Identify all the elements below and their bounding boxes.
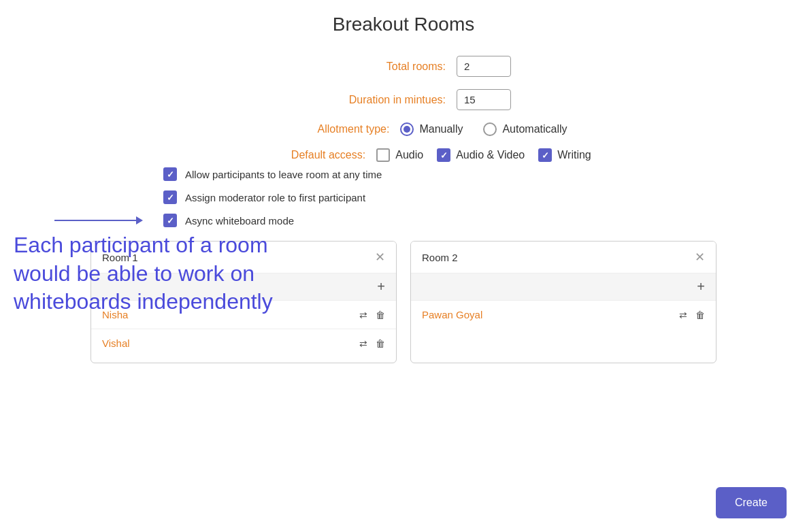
radio-automatically-circle bbox=[483, 122, 497, 136]
option-moderator-checkbox[interactable] bbox=[163, 190, 177, 204]
option-moderator-label: Assign moderator role to first participa… bbox=[185, 192, 365, 203]
options-section: Allow participants to leave room at any … bbox=[163, 167, 807, 227]
participant-vishal-actions: ⇄ 🗑 bbox=[359, 338, 385, 349]
duration-row: Duration in mintues: bbox=[296, 89, 511, 110]
room-2-add-area: + bbox=[411, 273, 716, 300]
checkbox-audio-video-label: Audio & Video bbox=[456, 149, 525, 161]
room-1-add-button[interactable]: + bbox=[377, 279, 385, 295]
option-async-checkbox[interactable] bbox=[163, 214, 177, 227]
arrow-line bbox=[54, 220, 136, 221]
radio-automatically-label: Automatically bbox=[502, 123, 567, 135]
radio-manually[interactable]: Manually bbox=[400, 122, 463, 136]
checkbox-audio-video[interactable]: Audio & Video bbox=[437, 148, 525, 162]
checkbox-audio[interactable]: Audio bbox=[376, 148, 423, 162]
participant-nisha-delete-icon[interactable]: 🗑 bbox=[376, 310, 385, 320]
participant-pawan-delete-icon[interactable]: 🗑 bbox=[695, 310, 705, 320]
room-2-header: Room 2 ✕ bbox=[411, 242, 716, 273]
room-2-card: Room 2 ✕ + Pawan Goyal ⇄ 🗑 bbox=[410, 241, 717, 363]
room-2-close-button[interactable]: ✕ bbox=[695, 250, 705, 265]
table-row: Pawan Goyal ⇄ 🗑 bbox=[411, 300, 716, 329]
participant-name-vishal: Vishal bbox=[102, 337, 130, 349]
participant-pawan-move-icon[interactable]: ⇄ bbox=[679, 310, 687, 320]
tooltip-callout: Each participant of a room would be able… bbox=[14, 231, 327, 316]
room-1-close-button[interactable]: ✕ bbox=[375, 250, 385, 265]
option-moderator: Assign moderator role to first participa… bbox=[163, 190, 807, 204]
page-title: Breakout Rooms bbox=[0, 14, 807, 35]
participant-vishal-move-icon[interactable]: ⇄ bbox=[359, 338, 367, 349]
participant-nisha-actions: ⇄ 🗑 bbox=[359, 310, 385, 320]
duration-label: Duration in mintues: bbox=[296, 94, 446, 106]
option-async: Async whiteboard mode bbox=[163, 214, 807, 227]
participant-vishal-delete-icon[interactable]: 🗑 bbox=[376, 338, 385, 349]
radio-manually-label: Manually bbox=[419, 123, 463, 135]
participant-name-pawan: Pawan Goyal bbox=[422, 309, 482, 320]
async-arrow bbox=[54, 216, 143, 225]
create-button[interactable]: Create bbox=[716, 487, 787, 518]
total-rooms-label: Total rooms: bbox=[296, 61, 446, 73]
arrow-head bbox=[136, 216, 143, 225]
room-2-participants: Pawan Goyal ⇄ 🗑 bbox=[411, 300, 716, 329]
allotment-label: Allotment type: bbox=[240, 123, 389, 135]
form-container: Total rooms: Duration in mintues: Allotm… bbox=[0, 56, 807, 162]
checkbox-audio-label: Audio bbox=[395, 149, 423, 161]
allotment-row: Allotment type: Manually Automatically bbox=[240, 122, 567, 136]
option-leave-room-label: Allow participants to leave room at any … bbox=[185, 169, 382, 180]
participant-pawan-actions: ⇄ 🗑 bbox=[679, 310, 705, 320]
participant-nisha-move-icon[interactable]: ⇄ bbox=[359, 310, 367, 320]
table-row: Vishal ⇄ 🗑 bbox=[91, 329, 396, 357]
duration-input[interactable] bbox=[457, 89, 511, 110]
checkbox-audio-video-box bbox=[437, 148, 450, 162]
radio-manually-circle bbox=[400, 122, 414, 136]
option-leave-room-checkbox[interactable] bbox=[163, 167, 177, 181]
total-rooms-row: Total rooms: bbox=[296, 56, 511, 77]
allotment-radio-group: Manually Automatically bbox=[400, 122, 567, 136]
default-access-checkboxes: Audio Audio & Video Writing bbox=[376, 148, 591, 162]
checkbox-writing-box bbox=[538, 148, 552, 162]
checkbox-audio-box bbox=[376, 148, 390, 162]
total-rooms-input[interactable] bbox=[457, 56, 511, 77]
checkbox-writing[interactable]: Writing bbox=[538, 148, 591, 162]
option-async-label: Async whiteboard mode bbox=[185, 215, 294, 227]
radio-automatically[interactable]: Automatically bbox=[483, 122, 567, 136]
room-2-add-button[interactable]: + bbox=[697, 279, 705, 295]
checkbox-writing-label: Writing bbox=[557, 149, 591, 161]
default-access-label: Default access: bbox=[216, 149, 365, 161]
default-access-row: Default access: Audio Audio & Video Writ… bbox=[216, 148, 591, 162]
option-leave-room: Allow participants to leave room at any … bbox=[163, 167, 807, 181]
room-2-title: Room 2 bbox=[422, 252, 458, 263]
